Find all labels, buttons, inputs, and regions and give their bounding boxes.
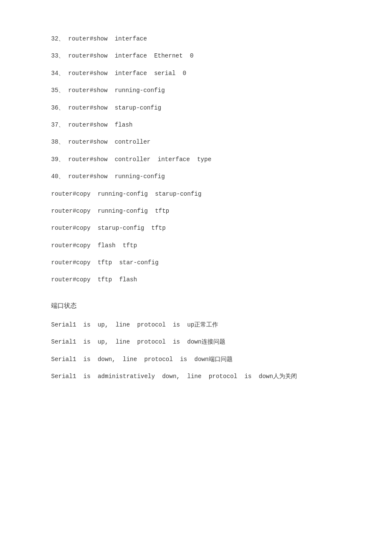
copy-command-line-2: router#copy starup-config tftp — [51, 223, 341, 233]
copy-commands-section: router#copy running-config starup-config… — [51, 189, 341, 285]
command-text: router#show controller — [68, 137, 150, 147]
line-number: 34、 — [51, 69, 68, 78]
status-code: Serial1 is up, line protocol is up — [51, 320, 194, 330]
command-text: router#show starup-config — [68, 103, 161, 113]
command-text: router#show running-config — [68, 172, 165, 181]
line-number: 33、 — [51, 51, 68, 61]
copy-command-line-1: router#copy running-config tftp — [51, 206, 341, 216]
copy-command-line-0: router#copy running-config starup-config — [51, 189, 341, 199]
section-title-port-status: 端口状态 — [51, 302, 341, 310]
status-description: 端口问题 — [209, 355, 233, 364]
line-number: 36、 — [51, 103, 68, 113]
command-text: router#show controller interface type — [68, 155, 211, 164]
status-code: Serial1 is up, line protocol is down — [51, 337, 202, 347]
copy-command-text: router#copy running-config tftp — [51, 206, 169, 216]
status-description: 人为关闭 — [273, 372, 297, 381]
command-line-37: 37、router#show flash — [51, 120, 341, 130]
command-line-34: 34、router#show interface serial 0 — [51, 69, 341, 78]
copy-command-line-5: router#copy tftp flash — [51, 275, 341, 284]
status-description: 正常工作 — [194, 320, 218, 330]
copy-command-line-4: router#copy tftp star-config — [51, 258, 341, 267]
copy-command-text: router#copy flash tftp — [51, 241, 137, 250]
main-content: 32、router#show interface33、router#show i… — [51, 34, 341, 381]
copy-command-text: router#copy tftp flash — [51, 275, 137, 284]
command-text: router#show flash — [68, 120, 133, 130]
status-description: 连接问题 — [202, 337, 225, 347]
command-line-32: 32、router#show interface — [51, 34, 341, 43]
status-line-1: Serial1 is up, line protocol is down连接问题 — [51, 337, 341, 347]
status-line-0: Serial1 is up, line protocol is up正常工作 — [51, 320, 341, 330]
line-number: 37、 — [51, 120, 68, 130]
command-text: router#show interface — [68, 34, 147, 43]
command-line-39: 39、router#show controller interface type — [51, 155, 341, 164]
line-number: 39、 — [51, 155, 68, 164]
line-number: 32、 — [51, 34, 68, 43]
copy-command-text: router#copy running-config starup-config — [51, 189, 202, 199]
command-line-35: 35、router#show running-config — [51, 86, 341, 95]
command-text: router#show interface Ethernet 0 — [68, 51, 193, 61]
copy-command-text: router#copy starup-config tftp — [51, 223, 166, 233]
status-section: Serial1 is up, line protocol is up正常工作Se… — [51, 320, 341, 382]
copy-command-line-3: router#copy flash tftp — [51, 241, 341, 250]
command-line-40: 40、router#show running-config — [51, 172, 341, 181]
command-text: router#show running-config — [68, 86, 165, 95]
status-code: Serial1 is administratively down, line p… — [51, 372, 273, 381]
command-line-36: 36、router#show starup-config — [51, 103, 341, 113]
status-line-2: Serial1 is down, line protocol is down端口… — [51, 355, 341, 364]
command-text: router#show interface serial 0 — [68, 69, 186, 78]
command-line-38: 38、router#show controller — [51, 137, 341, 147]
status-line-3: Serial1 is administratively down, line p… — [51, 372, 341, 381]
copy-command-text: router#copy tftp star-config — [51, 258, 159, 267]
line-number: 38、 — [51, 137, 68, 147]
section-separator: 端口状态 — [51, 302, 341, 310]
line-number: 35、 — [51, 86, 68, 95]
status-code: Serial1 is down, line protocol is down — [51, 355, 209, 364]
numbered-commands-section: 32、router#show interface33、router#show i… — [51, 34, 341, 182]
line-number: 40、 — [51, 172, 68, 181]
command-line-33: 33、router#show interface Ethernet 0 — [51, 51, 341, 61]
